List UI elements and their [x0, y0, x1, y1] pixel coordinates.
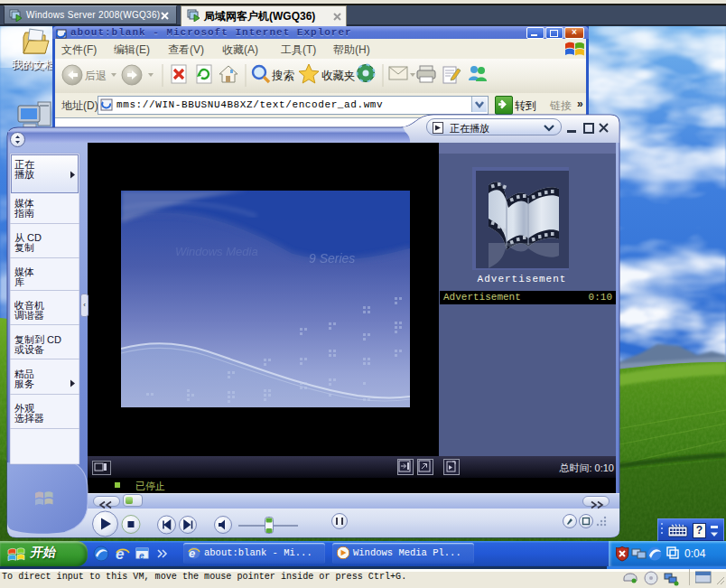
svg-text:e: e — [139, 551, 144, 561]
svg-text:Windows Media: Windows Media — [175, 245, 258, 258]
svg-text:e: e — [116, 546, 124, 563]
svg-text:9 Series: 9 Series — [309, 251, 355, 266]
